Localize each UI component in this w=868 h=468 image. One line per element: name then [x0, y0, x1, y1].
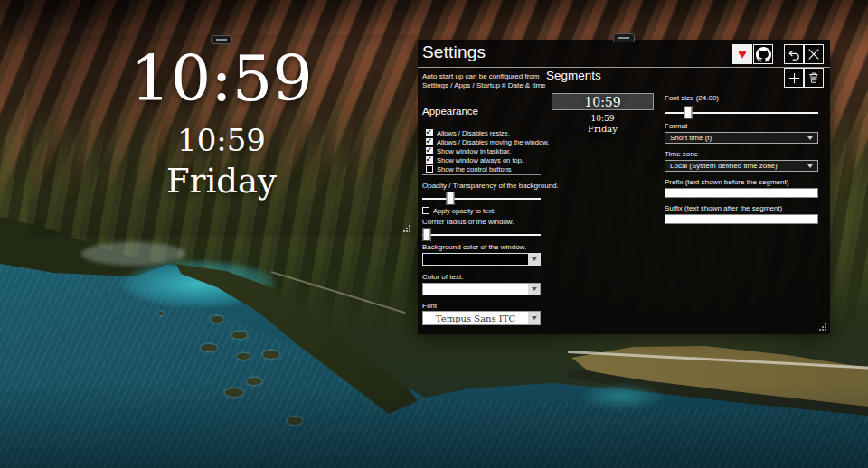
autostart-note-line1: Auto start up can be configured from: [422, 72, 539, 80]
desktop: 10:59 10:59 Friday Settings ♥: [0, 0, 868, 468]
prefix-input[interactable]: [665, 188, 818, 198]
timezone-select[interactable]: Local (System defined time zone): [665, 160, 818, 172]
font-size-slider[interactable]: [665, 106, 818, 119]
checkbox-always-on-top[interactable]: Show window always on top.: [426, 155, 524, 164]
checkbox-label: Show the control buttons: [437, 165, 512, 173]
font-select[interactable]: Tempus Sans ITC: [422, 311, 541, 325]
drag-handle-icon[interactable]: [613, 33, 635, 42]
chevron-down-icon: [807, 164, 813, 168]
checkbox-icon: [426, 165, 433, 173]
drag-handle-icon[interactable]: [211, 35, 232, 44]
text-color-select[interactable]: [422, 283, 541, 295]
settings-window: Settings ♥ Auto start up can be configur…: [418, 40, 830, 334]
checkbox-show-taskbar[interactable]: Show window in taskbar.: [426, 146, 511, 155]
add-segment-button[interactable]: [784, 68, 804, 88]
slider-track: [422, 234, 541, 236]
slider-thumb[interactable]: [423, 228, 431, 241]
font-size-label: Font size (24.00): [665, 94, 719, 102]
prefix-label: Prefix (text shown before the segment): [665, 178, 788, 186]
close-button[interactable]: [804, 44, 824, 64]
checkbox-icon: [422, 207, 429, 214]
slider-track: [422, 198, 541, 200]
header-divider: [418, 67, 830, 68]
segment-item[interactable]: Friday: [552, 124, 654, 134]
heart-icon: ♥: [738, 47, 747, 61]
autostart-note: Auto start up can be configured from Set…: [422, 72, 546, 90]
suffix-input[interactable]: [665, 214, 818, 224]
autostart-note-line2: Settings / Apps / Startup # Date & time: [422, 81, 546, 89]
color-swatch: [423, 284, 528, 295]
segments-heading: Segments: [546, 69, 601, 82]
sponsor-button[interactable]: ♥: [732, 44, 752, 64]
checkbox-label: Show window always on top.: [437, 156, 524, 164]
trash-icon: [807, 71, 820, 84]
checkbox-apply-opacity-text[interactable]: Apply opacity to text.: [422, 206, 495, 215]
suffix-label: Suffix (text shown after the segment): [665, 204, 782, 212]
divider: [422, 98, 541, 98]
clock-time-secondary: 10:59: [27, 110, 416, 155]
delete-segment-button[interactable]: [804, 68, 824, 88]
opacity-label: Opacity / Transparency of the background…: [422, 182, 559, 190]
checkbox-icon: [426, 129, 433, 136]
clock-day: Friday: [27, 155, 416, 198]
checkbox-label: Show window in taskbar.: [437, 147, 511, 155]
divider: [422, 174, 541, 175]
checkbox-icon: [426, 147, 433, 154]
clock-widget-window[interactable]: 10:59 10:59 Friday: [27, 34, 416, 237]
checkbox-show-control-buttons[interactable]: Show the control buttons: [426, 164, 512, 173]
checkbox-icon: [426, 156, 433, 164]
checkbox-allow-resize[interactable]: Allows / Disables resize.: [426, 128, 510, 137]
timezone-label: Time zone: [665, 150, 698, 158]
segment-item-selected[interactable]: 10:59: [552, 93, 654, 110]
slider-thumb[interactable]: [684, 106, 692, 119]
format-select[interactable]: Short time (t): [665, 132, 818, 144]
segment-item[interactable]: 10:59: [552, 114, 654, 123]
format-label: Format: [665, 122, 687, 130]
github-button[interactable]: [753, 44, 773, 64]
appearance-heading: Appearance: [422, 106, 478, 117]
chevron-down-icon: [807, 136, 813, 140]
format-select-value: Short time (t): [670, 134, 712, 142]
checkbox-icon: [426, 138, 433, 145]
resize-grip-icon[interactable]: [819, 323, 827, 332]
timezone-select-value: Local (System defined time zone): [670, 162, 778, 170]
close-icon: [807, 47, 821, 61]
background-color-label: Background color of the window.: [422, 243, 526, 251]
opacity-slider[interactable]: [422, 192, 541, 205]
slider-thumb[interactable]: [447, 192, 455, 205]
undo-icon: [788, 48, 801, 61]
chevron-down-icon: [528, 284, 540, 295]
checkbox-label: Apply opacity to text.: [433, 207, 495, 215]
resize-grip-icon[interactable]: [403, 225, 411, 233]
checkbox-allow-move[interactable]: Allows / Disables moving the window.: [426, 137, 549, 146]
checkbox-label: Allows / Disables moving the window.: [437, 138, 549, 146]
color-swatch: [423, 254, 528, 265]
settings-title: Settings: [422, 42, 486, 62]
clock-time-primary: 10:59: [27, 34, 416, 110]
font-select-value: Tempus Sans ITC: [423, 314, 528, 323]
corner-radius-slider[interactable]: [422, 228, 541, 241]
github-icon: [756, 47, 771, 62]
chevron-down-icon: [528, 254, 540, 265]
checkbox-label: Allows / Disables resize.: [437, 129, 510, 137]
chevron-down-icon: [528, 312, 540, 324]
font-label: Font: [422, 302, 437, 310]
corner-radius-label: Corner radius of the window.: [422, 218, 514, 226]
text-color-label: Color of text.: [422, 273, 463, 281]
undo-button[interactable]: [784, 44, 804, 64]
plus-icon: [788, 71, 801, 85]
background-color-select[interactable]: [422, 253, 541, 266]
